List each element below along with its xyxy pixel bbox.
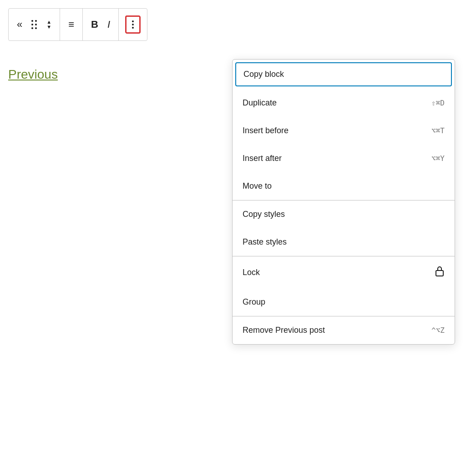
lock-item[interactable]: Lock (233, 256, 455, 288)
lock-icon (435, 266, 445, 279)
toolbar: « ▲ ▼ ≡ B (8, 8, 147, 41)
up-down-icon: ▲ ▼ (46, 20, 51, 30)
remove-previous-post-item[interactable]: Remove Previous post ^⌥Z (233, 316, 455, 344)
copy-block-item[interactable]: Copy block (235, 62, 452, 86)
remove-previous-post-shortcut: ^⌥Z (431, 326, 445, 335)
move-to-label: Move to (243, 181, 272, 191)
drag-handle-button[interactable] (30, 18, 39, 31)
paste-styles-item[interactable]: Paste styles (233, 228, 455, 256)
insert-before-shortcut: ⌥⌘T (431, 126, 445, 135)
menu-section-block-settings: Lock Group (233, 256, 455, 316)
copy-styles-item[interactable]: Copy styles (233, 200, 455, 228)
svg-rect-0 (436, 271, 443, 276)
menu-section-block-actions: Copy block Duplicate ⇧⌘D Insert before ⌥… (233, 62, 455, 200)
paste-styles-label: Paste styles (243, 237, 287, 247)
duplicate-label: Duplicate (243, 98, 277, 108)
menu-section-style-actions: Copy styles Paste styles (233, 200, 455, 256)
copy-block-label: Copy block (243, 70, 284, 79)
insert-before-label: Insert before (243, 126, 289, 135)
italic-button[interactable]: I (106, 17, 112, 32)
toolbar-group-4 (119, 9, 147, 40)
copy-styles-label: Copy styles (243, 210, 285, 219)
lock-label: Lock (243, 268, 260, 277)
move-to-item[interactable]: Move to (233, 172, 455, 200)
duplicate-item[interactable]: Duplicate ⇧⌘D (233, 89, 455, 117)
drag-dots-icon (31, 20, 37, 30)
remove-previous-post-label: Remove Previous post (243, 326, 325, 335)
insert-after-item[interactable]: Insert after ⌥⌘Y (233, 145, 455, 172)
back-arrows-button[interactable]: « (15, 17, 24, 32)
more-options-button[interactable] (125, 15, 141, 34)
insert-after-label: Insert after (243, 154, 282, 163)
align-icon: ≡ (68, 19, 74, 30)
group-item[interactable]: Group (233, 288, 455, 316)
insert-before-item[interactable]: Insert before ⌥⌘T (233, 117, 455, 145)
dropdown-menu: Copy block Duplicate ⇧⌘D Insert before ⌥… (232, 59, 455, 345)
menu-section-remove: Remove Previous post ^⌥Z (233, 316, 455, 344)
previous-link[interactable]: Previous (8, 67, 58, 82)
duplicate-shortcut: ⇧⌘D (431, 99, 445, 107)
bold-button[interactable]: B (89, 17, 100, 32)
italic-icon: I (107, 19, 110, 30)
group-label: Group (243, 297, 265, 307)
toolbar-group-2: ≡ (60, 9, 83, 40)
back-arrows-icon: « (17, 19, 22, 30)
bold-icon: B (91, 19, 98, 30)
align-button[interactable]: ≡ (66, 17, 76, 32)
up-down-button[interactable]: ▲ ▼ (45, 18, 53, 31)
insert-after-shortcut: ⌥⌘Y (431, 154, 445, 163)
previous-link-text: Previous (8, 67, 58, 81)
more-options-icon (132, 20, 134, 29)
toolbar-group-1: « ▲ ▼ (9, 9, 60, 40)
toolbar-group-3: B I (83, 9, 119, 40)
